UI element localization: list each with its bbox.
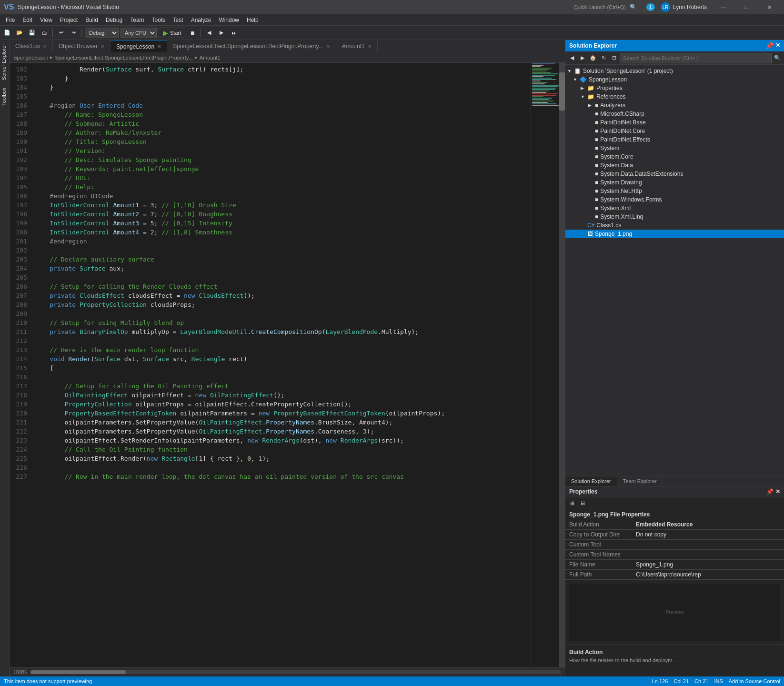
menu-tools[interactable]: Tools bbox=[148, 14, 169, 26]
menu-help[interactable]: Help bbox=[243, 14, 262, 26]
quick-launch[interactable]: Quick Launch (Ctrl+Q) 🔍 bbox=[570, 2, 641, 12]
status-ins: INS bbox=[714, 678, 723, 684]
tab-close-icon[interactable]: ✕ bbox=[157, 44, 161, 49]
se-close-button[interactable]: ✕ bbox=[775, 42, 780, 50]
menu-edit[interactable]: Edit bbox=[19, 14, 36, 26]
v-scroll-thumb[interactable] bbox=[559, 72, 565, 111]
tree-properties[interactable]: ▶ 📁 Properties bbox=[565, 84, 784, 92]
tree-paintdotnet-core[interactable]: ■ PaintDotNet.Core bbox=[565, 127, 784, 135]
save-button[interactable]: 💾 bbox=[27, 28, 37, 38]
toolbar-extra4[interactable]: ⏭ bbox=[229, 28, 239, 38]
props-pin-button[interactable]: 📌 bbox=[766, 488, 774, 495]
undo-button[interactable]: ↩ bbox=[56, 28, 66, 38]
tree-paintdotnet-effects[interactable]: ■ PaintDotNet.Effects bbox=[565, 135, 784, 144]
se-collapse-button[interactable]: ⊟ bbox=[609, 53, 619, 63]
menu-team[interactable]: Team bbox=[126, 14, 148, 26]
props-value-custom-tool[interactable] bbox=[636, 541, 780, 548]
tree-system-data-dataset[interactable]: ■ System.Data.DataSetExtensions bbox=[565, 170, 784, 178]
code-line bbox=[35, 246, 531, 255]
tab-close-icon[interactable]: ✕ bbox=[43, 44, 47, 49]
se-home-button[interactable]: 🏠 bbox=[588, 53, 598, 63]
start-button[interactable]: ▶ Start bbox=[159, 28, 185, 38]
menu-window[interactable]: Window bbox=[215, 14, 243, 26]
tree-system-drawing[interactable]: ■ System.Drawing bbox=[565, 178, 784, 187]
se-pin-button[interactable]: 📌 bbox=[765, 42, 774, 50]
platform-dropdown[interactable]: Any CPU x86 x64 bbox=[121, 28, 157, 38]
se-tab-team-explorer[interactable]: Team Explorer bbox=[617, 476, 663, 486]
tab-label: SpongeLesson bbox=[116, 43, 154, 50]
debug-config-dropdown[interactable]: Debug Release bbox=[85, 28, 119, 38]
tab-close-icon[interactable]: ✕ bbox=[326, 44, 330, 49]
menu-debug[interactable]: Debug bbox=[102, 14, 126, 26]
props-value-build-action[interactable]: Embedded Resource bbox=[636, 521, 780, 528]
props-category-button[interactable]: ⊟ bbox=[578, 498, 587, 508]
tree-spongelesson-project[interactable]: ▼ 🔷 SpongeLesson bbox=[565, 75, 784, 84]
se-search-input[interactable] bbox=[620, 53, 772, 63]
toolbar-extra3[interactable]: ▶ bbox=[216, 28, 227, 38]
menu-test[interactable]: Test bbox=[169, 14, 187, 26]
se-forward-button[interactable]: ▶ bbox=[578, 53, 587, 63]
close-button[interactable]: ✕ bbox=[758, 0, 780, 14]
toolbox-tab[interactable]: Toolbox bbox=[0, 84, 9, 110]
props-value-custom-tool-names[interactable] bbox=[636, 551, 780, 558]
tree-references[interactable]: ▼ 📁 References bbox=[565, 92, 784, 101]
tab-close-icon[interactable]: ✕ bbox=[101, 44, 104, 49]
tree-label: System bbox=[600, 145, 619, 151]
menu-project[interactable]: Project bbox=[56, 14, 81, 26]
vertical-scrollbar[interactable] bbox=[559, 63, 565, 667]
h-scroll-thumb[interactable] bbox=[30, 670, 126, 674]
tree-sponge-png[interactable]: 🖼 Sponge_1.png bbox=[565, 230, 784, 238]
se-back-button[interactable]: ◀ bbox=[567, 53, 577, 63]
maximize-button[interactable]: □ bbox=[735, 0, 757, 14]
tree-system[interactable]: ■ System bbox=[565, 144, 784, 152]
tree-system-xml[interactable]: ■ System.Xml bbox=[565, 204, 784, 212]
menu-build[interactable]: Build bbox=[81, 14, 102, 26]
toolbar-extra1[interactable]: ⏹ bbox=[187, 28, 198, 38]
redo-button[interactable]: ↪ bbox=[68, 28, 79, 38]
tree-microsoft-csharp[interactable]: ■ Microsoft.CSharp bbox=[565, 110, 784, 118]
tab-plugin-property[interactable]: SpongeLessonEffect.SpongeLessonEffectPlu… bbox=[167, 40, 336, 52]
tree-system-core[interactable]: ■ System.Core bbox=[565, 152, 784, 161]
se-toolbar: ◀ ▶ 🏠 ↻ ⊟ 🔍 bbox=[565, 51, 784, 65]
tree-analyzers[interactable]: ▶ ■ Analyzers bbox=[565, 101, 784, 110]
tree-system-data[interactable]: ■ System.Data bbox=[565, 161, 784, 170]
breadcrumb-plugin[interactable]: SpongeLessonEffect.SpongeLessonEffectPlu… bbox=[55, 55, 192, 61]
props-close-button[interactable]: ✕ bbox=[775, 488, 780, 495]
menu-analyze[interactable]: Analyze bbox=[187, 14, 215, 26]
tree-solution[interactable]: ▼ 📋 Solution 'SpongeLesson' (1 project) bbox=[565, 67, 784, 75]
se-refresh-button[interactable]: ↻ bbox=[599, 53, 608, 63]
notification-badge[interactable]: 1 bbox=[646, 3, 655, 11]
tab-class1cs[interactable]: Class1.cs ✕ bbox=[10, 40, 53, 52]
code-editor[interactable]: 182 183 184 185 186 187 188 189 190 191 … bbox=[10, 63, 565, 667]
tree-paintdotnet-base[interactable]: ■ PaintDotNet.Base bbox=[565, 118, 784, 127]
breadcrumb-amount1[interactable]: Amount1 bbox=[200, 55, 221, 61]
save-all-button[interactable]: 🗂 bbox=[39, 28, 50, 38]
h-scroll-track[interactable] bbox=[30, 670, 561, 674]
tab-close-icon[interactable]: ✕ bbox=[368, 44, 372, 49]
tab-object-browser[interactable]: Object Browser ✕ bbox=[53, 40, 111, 52]
tree-system-xml-linq[interactable]: ■ System.Xml.Linq bbox=[565, 212, 784, 221]
server-explorer-tab[interactable]: Server Explorer bbox=[0, 40, 9, 84]
tree-system-windows-forms[interactable]: ■ System.Windows.Forms bbox=[565, 195, 784, 204]
tree-system-net-http[interactable]: ■ System.Net.Http bbox=[565, 187, 784, 195]
se-search-button[interactable]: 🔍 bbox=[773, 53, 782, 63]
expand-icon: ▶ bbox=[581, 86, 585, 91]
code-content[interactable]: Render(Surface surf, Surface ctrl) rects… bbox=[31, 63, 531, 667]
menu-file[interactable]: File bbox=[2, 14, 19, 26]
minimize-button[interactable]: — bbox=[713, 0, 734, 14]
tree-class1cs[interactable]: C# Class1.cs bbox=[565, 221, 784, 230]
se-tab-solution-explorer[interactable]: Solution Explorer bbox=[565, 476, 617, 486]
code-line: // Setup for calling the Render Clouds e… bbox=[35, 282, 531, 291]
props-sort-button[interactable]: ⊞ bbox=[567, 498, 577, 508]
open-button[interactable]: 📂 bbox=[14, 28, 25, 38]
tab-amount1[interactable]: Amount1 ✕ bbox=[336, 40, 378, 52]
code-line bbox=[35, 463, 531, 472]
toolbar-extra2[interactable]: ◀ bbox=[204, 28, 214, 38]
menu-view[interactable]: View bbox=[36, 14, 56, 26]
new-project-button[interactable]: 📄 bbox=[2, 28, 12, 38]
add-to-source-control-button[interactable]: Add to Source Control bbox=[729, 678, 780, 684]
tab-spongelesson[interactable]: SpongeLesson ✕ bbox=[111, 40, 167, 52]
props-value-copy-output[interactable]: Do not copy bbox=[636, 531, 780, 538]
status-ch: Ch 21 bbox=[694, 678, 708, 684]
breadcrumb-sponge[interactable]: SpongeLesson bbox=[13, 55, 48, 61]
